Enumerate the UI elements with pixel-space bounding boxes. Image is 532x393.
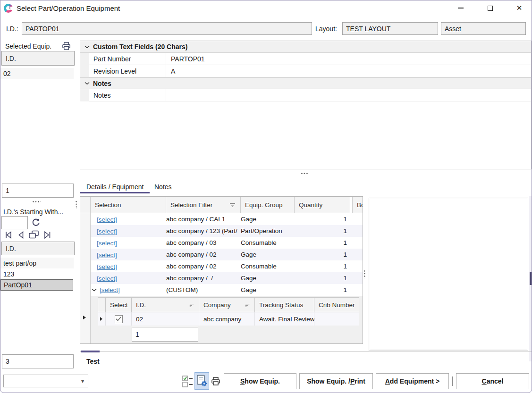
sidebar-vertical-splitter-handle[interactable] [76, 201, 77, 209]
notes-value[interactable] [166, 89, 531, 101]
chevron-down-icon: ▾ [81, 378, 84, 385]
button-accesskey: A [385, 377, 390, 385]
show-equip-print-button[interactable]: Show Equip. / Print [299, 373, 373, 389]
close-button[interactable]: ✕ [509, 0, 530, 16]
nav-first-button[interactable] [3, 230, 14, 240]
column-header-label: Company [203, 301, 231, 309]
subcolumn-header-crib-number[interactable]: Crib Number [314, 297, 359, 312]
subcolumn-header-select[interactable]: Select [106, 297, 132, 312]
quantity-cell: 1 [295, 227, 350, 234]
column-header-quantity[interactable]: Quantity [295, 197, 350, 213]
print-selected-button[interactable] [61, 41, 71, 50]
select-link[interactable]: [select] [97, 251, 117, 259]
printer-icon [62, 42, 71, 50]
add-equipment-button[interactable]: Add Equipment > [376, 373, 449, 389]
field-label: Revision Level [89, 65, 166, 77]
tab-test[interactable]: Test [86, 358, 100, 365]
record-count-bottom-field[interactable]: 3 [2, 354, 74, 368]
select-link[interactable]: [select] [97, 216, 117, 223]
equip-group-cell: Gage [241, 216, 295, 223]
equip-group-cell: Consumable [241, 239, 295, 246]
revision-level-value[interactable]: A [166, 65, 531, 77]
footer-tab-divider [80, 351, 532, 352]
grid-panel-splitter-handle[interactable] [364, 270, 365, 278]
subrow-company-cell: abc company [199, 312, 255, 326]
button-label: dd Equipment > [390, 377, 439, 385]
id-list-item[interactable]: 123 [0, 268, 74, 279]
table-row: [select] abc company / 02 Gage 1 [91, 249, 363, 260]
id-label: I.D.: [6, 25, 18, 33]
layout-field[interactable]: TEST LAYOUT [342, 22, 438, 35]
nav-previous-button[interactable] [16, 230, 26, 240]
selected-equip-column-header[interactable]: I.D. [1, 51, 75, 66]
tab-details-equipment[interactable]: Details / Equipment [86, 183, 144, 191]
layout-settings-button[interactable] [194, 372, 209, 390]
asset-field[interactable]: Asset [441, 22, 526, 35]
id-list-column-header[interactable]: I.D. [1, 242, 75, 255]
detail-quantity-input[interactable]: 1 [132, 327, 198, 342]
property-grid-panel: Custom Text Fields (20 Chars) Part Numbe… [80, 41, 532, 169]
column-header-equip-group[interactable]: Equip. Group [241, 197, 295, 213]
select-link[interactable]: [select] [97, 275, 117, 282]
nav-next-button[interactable] [42, 230, 52, 240]
table-row: [select] abc company / 03 Consumable 1 [91, 237, 363, 249]
select-link[interactable]: [select] [97, 240, 117, 247]
notes-section-header[interactable]: Notes [80, 77, 531, 89]
window-title: Select Part/Operation Equipment [17, 4, 120, 12]
nav-previous-icon [17, 231, 26, 239]
starting-with-label: I.D.'s Starting With... [3, 208, 63, 216]
record-count-top-field[interactable]: 1 [2, 184, 74, 198]
select-link[interactable]: [select] [100, 286, 120, 293]
check-icon [116, 317, 121, 321]
show-equip-button[interactable]: Show Equip. [224, 373, 296, 389]
refresh-button[interactable] [30, 217, 41, 227]
column-header-borrowed[interactable]: Bo [352, 197, 363, 213]
subcolumn-header-id[interactable]: I.D. [132, 297, 199, 312]
sidebar-splitter-handle[interactable] [33, 201, 41, 202]
subcolumn-header-company[interactable]: Company [199, 297, 255, 312]
table-row: [select] abc company / / Gage 1 [91, 272, 363, 284]
filter-icon [229, 203, 236, 208]
nav-pages-button[interactable] [28, 229, 40, 240]
quantity-cell: 1 [295, 239, 350, 246]
column-header-selection-filter[interactable]: Selection Filter [166, 197, 241, 213]
multi-select-toggle-button[interactable] [182, 374, 194, 388]
panel-splitter-handle[interactable] [301, 173, 309, 174]
part-number-value[interactable]: PARTOP01 [166, 53, 531, 65]
button-label: rint [355, 377, 365, 385]
print-button[interactable] [210, 376, 221, 386]
nav-next-icon [42, 231, 52, 239]
minimize-button[interactable] [450, 0, 471, 16]
starting-with-input[interactable] [1, 216, 28, 229]
quantity-cell: 1 [295, 263, 350, 270]
sort-icon [189, 303, 194, 308]
maximize-button[interactable] [480, 0, 500, 16]
custom-fields-section-header[interactable]: Custom Text Fields (20 Chars) [80, 41, 531, 53]
active-tab-indicator [80, 192, 150, 193]
tab-notes[interactable]: Notes [154, 183, 172, 191]
button-label: ancel [487, 377, 504, 385]
app-logo-icon [4, 4, 13, 13]
id-list-item[interactable]: test part/op [0, 258, 74, 268]
column-header-selection[interactable]: Selection [91, 197, 166, 213]
nav-pages-icon [28, 230, 40, 239]
selected-equip-item[interactable]: 02 [0, 68, 74, 79]
select-link[interactable]: [select] [97, 263, 117, 270]
sidebar-dropdown[interactable]: ▾ [3, 375, 88, 387]
form-settings-icon [196, 375, 208, 387]
select-checkbox[interactable] [115, 315, 123, 323]
collapse-row-icon[interactable] [92, 288, 97, 292]
cancel-button[interactable]: Cancel [456, 373, 529, 389]
select-link[interactable]: [select] [97, 228, 117, 235]
column-header-label: Selection Filter [170, 201, 212, 209]
button-label: how Equip. [245, 377, 280, 385]
subcolumn-header-tracking-status[interactable]: Tracking Status [255, 297, 314, 312]
id-field[interactable]: PARTOP01 [22, 22, 312, 35]
selection-filter-cell: abc company / CAL1 [166, 216, 241, 223]
layout-label: Layout: [315, 25, 337, 33]
id-list-item-selected[interactable]: PartOp01 [0, 279, 73, 291]
quantity-cell: 1 [295, 216, 350, 223]
table-row: [select] abc company / CAL1 Gage 1 [91, 213, 363, 225]
selected-equip-label: Selected Equip. [5, 42, 51, 50]
right-scrollbar-thumb[interactable] [530, 272, 532, 285]
